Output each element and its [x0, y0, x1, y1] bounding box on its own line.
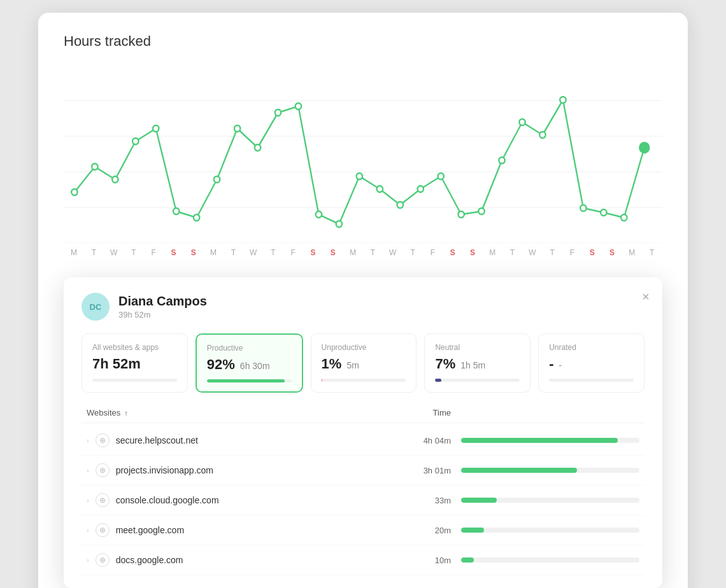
avatar: DC [82, 293, 110, 321]
sort-icon[interactable]: ↑ [124, 409, 128, 417]
table-header: Websites ↑ Time [82, 408, 644, 423]
stat-time-neutral: 1h 5m [460, 360, 485, 370]
stat-time-productive: 6h 30m [240, 361, 270, 371]
svg-point-27 [519, 119, 525, 125]
row-time-value: 10m [413, 556, 451, 565]
stat-time-all: 7h 52m [92, 356, 141, 372]
table-row[interactable]: ›⊕docs.google.com10m [82, 545, 644, 575]
svg-point-8 [132, 138, 138, 144]
table-row[interactable]: ›⊕secure.helpscout.net4h 04m [82, 426, 644, 456]
globe-icon: ⊕ [96, 523, 110, 537]
row-expand-icon[interactable]: › [87, 496, 89, 504]
stat-bar-productive [207, 379, 285, 382]
svg-point-24 [458, 211, 464, 218]
svg-point-13 [234, 125, 240, 132]
stat-card-all[interactable]: All websites & apps7h 52m [82, 333, 188, 393]
row-time-value: 4h 04m [413, 436, 451, 445]
x-axis-label: M [345, 248, 360, 257]
stat-card-neutral[interactable]: Neutral7%1h 5m [424, 333, 530, 393]
table-row[interactable]: ›⊕projects.invisionapp.com3h 01m [82, 456, 644, 486]
stat-label-all: All websites & apps [92, 343, 177, 352]
col-time-header: Time [374, 408, 451, 417]
x-axis-label: T [86, 248, 101, 257]
row-bar-fill [461, 528, 484, 533]
x-axis-label: T [225, 248, 241, 257]
stat-label-unproductive: Unproductive [322, 343, 406, 352]
svg-point-28 [539, 132, 545, 138]
x-axis-label: T [365, 248, 380, 257]
stat-time-unproductive: 5m [346, 360, 359, 370]
svg-point-20 [377, 186, 383, 192]
svg-point-9 [153, 125, 159, 132]
row-time-value: 3h 01m [413, 466, 451, 475]
stat-bar-unproductive [322, 379, 322, 382]
stat-bar-neutral [435, 379, 441, 382]
svg-point-29 [560, 97, 566, 103]
globe-icon: ⊕ [96, 493, 110, 507]
x-axis-label: S [604, 248, 620, 257]
x-axis-label: F [564, 248, 580, 257]
svg-point-10 [173, 208, 179, 214]
x-axis-label: S [585, 248, 600, 257]
x-axis-label: S [445, 248, 460, 257]
svg-point-15 [275, 109, 281, 116]
x-axis-label: W [106, 248, 122, 257]
svg-point-31 [601, 209, 606, 216]
stat-card-unproductive[interactable]: Unproductive1%5m [311, 333, 417, 393]
sites-label: Websites [87, 408, 120, 417]
row-expand-icon[interactable]: › [87, 437, 89, 444]
x-axis-label: M [206, 248, 221, 257]
row-bar-fill [461, 498, 497, 503]
row-bar-fill [461, 557, 474, 563]
stat-card-productive[interactable]: Productive92%6h 30m [196, 333, 303, 393]
svg-point-23 [438, 173, 444, 179]
stat-time-unrated: - [559, 360, 562, 370]
stat-pct-unrated: - [549, 356, 553, 372]
modal-header: DC Diana Campos 39h 52m × [82, 293, 644, 321]
user-name: Diana Campos [118, 294, 207, 309]
table-row[interactable]: ›⊕meet.google.com20m [82, 515, 644, 545]
row-expand-icon[interactable]: › [87, 556, 89, 564]
table-row[interactable]: ›⊕console.cloud.google.com33m [82, 486, 644, 515]
col-sites-header: Websites ↑ [87, 408, 374, 417]
svg-point-32 [621, 214, 627, 221]
x-axis-label: S [306, 248, 321, 257]
outer-card: Hours tracked [38, 13, 688, 588]
svg-point-26 [499, 157, 504, 164]
svg-point-19 [357, 173, 362, 179]
x-axis-label: T [266, 248, 281, 257]
x-axis-label: M [485, 248, 500, 257]
x-axis-label: T [505, 248, 520, 257]
x-axis-label: T [644, 248, 660, 257]
svg-point-18 [336, 221, 342, 227]
stat-card-unrated[interactable]: Unrated-- [538, 333, 644, 393]
svg-point-25 [478, 208, 484, 214]
row-expand-icon[interactable]: › [87, 466, 89, 474]
svg-point-22 [418, 186, 424, 192]
stats-row: All websites & apps7h 52mProductive92%6h… [82, 333, 644, 393]
stat-pct-productive: 92% [207, 356, 235, 373]
globe-icon: ⊕ [96, 553, 110, 567]
svg-point-12 [214, 176, 220, 183]
x-axis-label: S [325, 248, 341, 257]
x-axis-label: T [405, 248, 420, 257]
chart-container [64, 65, 662, 243]
row-expand-icon[interactable]: › [87, 526, 89, 534]
close-button[interactable]: × [642, 290, 650, 303]
row-time-value: 33m [413, 496, 451, 505]
stat-pct-neutral: 7% [435, 356, 455, 372]
x-axis-label: S [186, 248, 201, 257]
stat-label-unrated: Unrated [549, 343, 634, 352]
x-axis: MTWTFSSMTWTFSSMTWTFSSMTWTFSSMT [64, 248, 662, 257]
x-axis-label: F [425, 248, 440, 257]
row-bar-fill [461, 438, 618, 443]
x-axis-label: W [246, 248, 261, 257]
row-site-name: projects.invisionapp.com [116, 465, 413, 475]
row-site-name: console.cloud.google.com [116, 495, 413, 505]
modal-card: DC Diana Campos 39h 52m × All websites &… [64, 277, 662, 588]
stat-label-productive: Productive [207, 344, 292, 353]
user-total-time: 39h 52m [118, 310, 151, 319]
x-axis-label: S [166, 248, 181, 257]
x-axis-label: M [624, 248, 639, 257]
globe-icon: ⊕ [96, 433, 110, 447]
